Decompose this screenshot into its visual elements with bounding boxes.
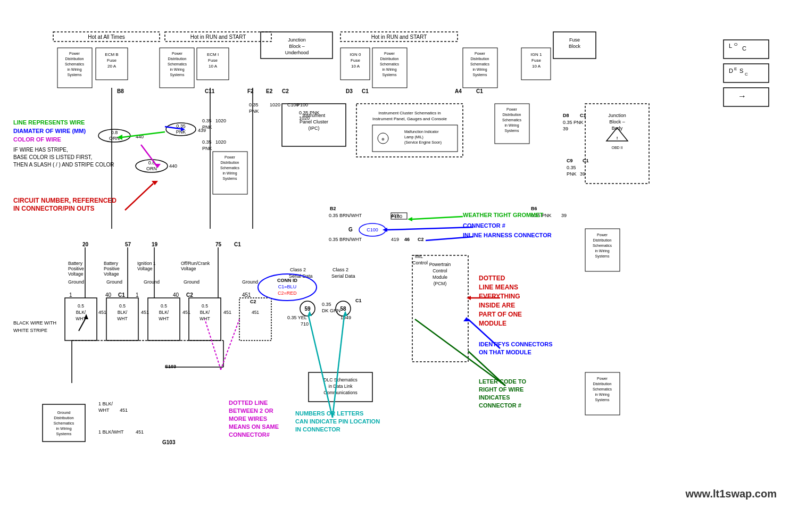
svg-text:20 A: 20 A [107, 64, 117, 69]
svg-text:ORN: ORN [109, 136, 120, 141]
svg-text:Systems: Systems [170, 73, 185, 77]
svg-text:C100: C100 [287, 102, 299, 107]
svg-text:439: 439 [198, 128, 206, 133]
svg-text:Schematics: Schematics [470, 62, 490, 66]
svg-text:Distribution: Distribution [593, 238, 611, 242]
svg-text:Distribution: Distribution [470, 57, 489, 61]
svg-text:Hot at All Times: Hot at All Times [88, 34, 124, 40]
annotation-dotted-line-wires: DOTTED LINEBETWEEN 2 ORMORE WIRESMEANS O… [229, 399, 279, 439]
svg-text:Junction: Junction [288, 37, 306, 43]
svg-text:75: 75 [215, 242, 222, 247]
svg-text:1020: 1020 [270, 102, 280, 107]
svg-text:46: 46 [404, 237, 410, 242]
svg-text:Off/Run/Crank: Off/Run/Crank [181, 261, 210, 266]
svg-text:451: 451 [242, 292, 251, 298]
annotation-black-wire: BLACK WIRE WITHWHITE STRIPE [13, 319, 56, 334]
svg-text:1020: 1020 [299, 115, 310, 121]
svg-text:C1: C1 [234, 242, 241, 247]
svg-text:C9: C9 [567, 158, 573, 163]
svg-text:C2=RED: C2=RED [278, 290, 297, 296]
svg-text:Distribution: Distribution [593, 382, 611, 386]
svg-text:C1: C1 [580, 113, 586, 118]
svg-text:S103: S103 [165, 364, 176, 369]
svg-text:Positive: Positive [104, 266, 120, 271]
svg-text:Schematics: Schematics [65, 62, 85, 66]
diagram-container: Hot at All Times Hot in RUN and START Ju… [0, 0, 798, 532]
svg-text:Hot in RUN and START: Hot in RUN and START [190, 34, 246, 40]
svg-text:Schematics: Schematics [593, 244, 612, 247]
svg-text:Underhood: Underhood [285, 50, 309, 55]
svg-text:451: 451 [252, 310, 259, 315]
svg-text:Systems: Systems [595, 254, 610, 259]
annotation-line-represents-wire: LINE REPRESENTS WIRE [13, 119, 85, 126]
svg-text:DLC Schematics: DLC Schematics [323, 377, 357, 383]
svg-text:in Wiring: in Wiring [595, 393, 609, 397]
svg-text:Fuse: Fuse [208, 58, 218, 63]
svg-text:0.35 BRN/WHT: 0.35 BRN/WHT [329, 237, 362, 242]
svg-text:Ground: Ground [106, 279, 122, 285]
svg-text:Power: Power [384, 52, 395, 55]
svg-text:Schematics: Schematics [502, 118, 522, 122]
svg-text:Instrument Cluster Schematics : Instrument Cluster Schematics in [378, 111, 440, 115]
svg-text:Distribution: Distribution [220, 161, 239, 164]
svg-text:in Wiring: in Wiring [595, 249, 609, 253]
svg-text:C1: C1 [476, 88, 483, 94]
svg-text:Voltage: Voltage [68, 271, 84, 277]
svg-text:(Service Engine Soon): (Service Engine Soon) [404, 140, 442, 145]
svg-text:Schematics: Schematics [380, 62, 400, 66]
annotation-inline-harness: INLINE HARNESS CONNECTOR [463, 232, 552, 238]
svg-text:Ignition 1: Ignition 1 [137, 261, 156, 266]
svg-text:WHT: WHT [117, 316, 127, 321]
svg-text:in Data Link: in Data Link [329, 384, 353, 389]
svg-text:IGN 0: IGN 0 [350, 52, 361, 57]
svg-text:(IPC): (IPC) [309, 126, 320, 131]
svg-text:E2: E2 [266, 88, 273, 94]
svg-text:1: 1 [69, 292, 72, 298]
annotation-diameter-wire: DIAMATER OF WIRE (MM) [13, 128, 86, 134]
svg-text:Power: Power [475, 52, 486, 55]
svg-text:C2: C2 [418, 237, 424, 242]
svg-text:CONN ID: CONN ID [277, 278, 298, 283]
svg-text:Battery: Battery [104, 261, 119, 266]
svg-text:Ground: Ground [144, 279, 160, 285]
svg-text:40: 40 [105, 292, 112, 298]
svg-text:0.5: 0.5 [78, 303, 84, 309]
svg-text:Battery: Battery [68, 261, 83, 266]
svg-text:0.35 PNK: 0.35 PNK [299, 110, 320, 115]
svg-text:Systems: Systems [383, 73, 397, 77]
svg-text:Module: Module [433, 275, 447, 280]
svg-text:Schematics: Schematics [168, 62, 187, 66]
svg-text:39: 39 [563, 126, 568, 131]
svg-text:L: L [729, 43, 732, 49]
svg-text:Power: Power [597, 233, 608, 237]
annotation-dotted-line-module: DOTTEDLINE MEANSEVERYTHINGINSIDE AREPART… [479, 274, 522, 328]
svg-text:D3: D3 [346, 88, 353, 94]
svg-text:0.8: 0.8 [111, 130, 118, 135]
svg-text:451: 451 [182, 310, 190, 315]
svg-text:G103: G103 [162, 439, 176, 445]
svg-text:Block –: Block – [609, 119, 625, 124]
svg-text:C100: C100 [367, 227, 378, 232]
svg-text:D8: D8 [563, 113, 569, 118]
svg-text:Block: Block [569, 44, 581, 49]
svg-text:Fuse: Fuse [351, 58, 360, 63]
svg-text:B8: B8 [117, 88, 124, 94]
svg-text:0.5: 0.5 [119, 303, 126, 309]
svg-text:in Wiring: in Wiring [170, 68, 184, 72]
svg-text:451: 451 [98, 310, 106, 315]
svg-text:40: 40 [173, 292, 179, 298]
svg-text:Block –: Block – [289, 44, 305, 49]
svg-text:39: 39 [580, 171, 585, 177]
svg-text:B2: B2 [330, 206, 336, 211]
svg-text:0.35 BRN/WHT: 0.35 BRN/WHT [329, 213, 362, 218]
svg-text:440: 440 [169, 163, 177, 169]
svg-text:ECM I: ECM I [207, 52, 219, 57]
svg-text:C1: C1 [362, 88, 369, 94]
svg-text:BLK/: BLK/ [118, 310, 128, 315]
svg-text:0.35: 0.35 [202, 118, 212, 123]
svg-text:Power: Power [69, 52, 80, 55]
svg-text:WHT: WHT [159, 316, 169, 321]
svg-text:Voltage: Voltage [181, 266, 196, 271]
svg-text:Instrument Panel, Gauges and C: Instrument Panel, Gauges and Console [372, 117, 447, 121]
svg-text:19: 19 [152, 242, 158, 247]
